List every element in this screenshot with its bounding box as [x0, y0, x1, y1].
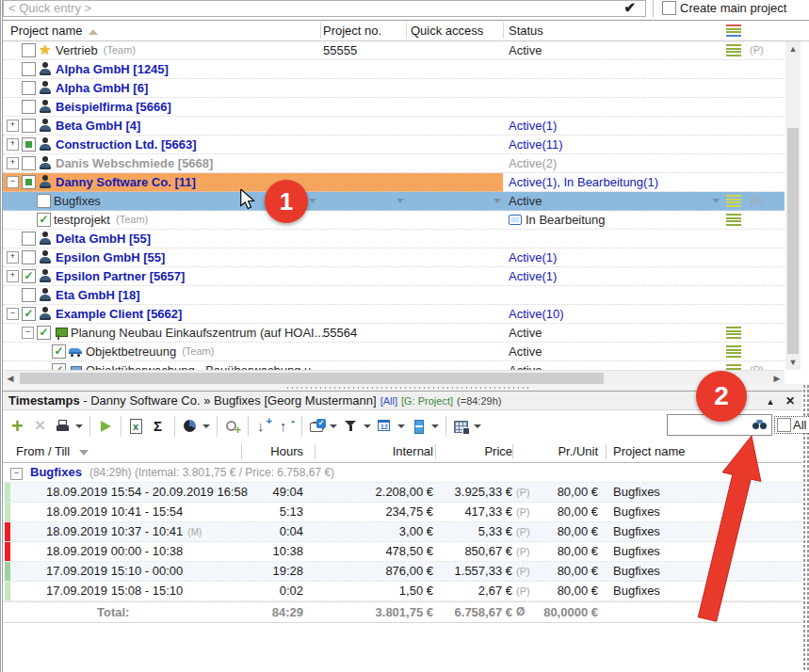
row-checkbox-unchecked[interactable] [22, 81, 36, 95]
column-header-from-till[interactable]: From / Till [16, 441, 89, 462]
add-icon[interactable] [9, 418, 26, 435]
scroll-left-button[interactable]: ◀ [3, 371, 18, 385]
calendar-dropdown-icon[interactable] [397, 424, 405, 428]
tree-vertical-scrollbar[interactable]: ▲ ▼ [785, 41, 801, 370]
table-save-icon[interactable] [453, 418, 470, 435]
tree-row[interactable]: Objektüberwachung - Bauüberwachung u...A… [3, 361, 785, 370]
row-checkbox-unchecked[interactable] [22, 156, 36, 170]
expand-icon[interactable]: + [7, 120, 19, 132]
pie-chart-icon[interactable] [182, 418, 199, 435]
group-row-bugfixes[interactable]: −Bugfixes(84:29h) (Internal: 3.801,75 € … [3, 463, 802, 483]
row-checkbox-partial[interactable] [22, 175, 36, 189]
timestamp-row[interactable]: 17.09.2019 15:08 - 15:100:021,50 €2,67 €… [3, 582, 802, 601]
tree-row[interactable]: testprojekt(Team)In Bearbeitung [3, 211, 785, 230]
row-checkbox-checked[interactable] [37, 213, 51, 227]
expand-icon[interactable]: + [7, 270, 19, 282]
arrow-down-plus-icon[interactable] [255, 418, 272, 435]
tree-row[interactable]: Objektbetreuung(Team)Active [3, 343, 785, 361]
row-checkbox-unchecked[interactable] [22, 62, 36, 76]
tree-row[interactable]: +Beta GmbH [4]Active(1) [3, 117, 785, 136]
panel-splitter[interactable] [3, 384, 809, 391]
row-checkbox-checked[interactable] [52, 363, 66, 370]
timestamp-row[interactable]: 18.09.2019 15:54 - 20.09.2019 16:5849:04… [3, 483, 802, 503]
print-dropdown-icon[interactable] [75, 424, 83, 428]
tree-row[interactable]: −Example Client [5662]Active(10) [3, 305, 785, 324]
panel-dropdown-icon[interactable] [431, 424, 439, 428]
row-checkbox-unchecked[interactable] [22, 43, 36, 57]
collapse-icon[interactable]: − [22, 327, 34, 339]
collapse-panel-button[interactable]: ▲ [766, 397, 774, 407]
expand-icon[interactable]: + [7, 138, 19, 151]
confirm-checkmark-icon[interactable]: ✔ [623, 0, 636, 15]
column-header-price[interactable]: Price [439, 441, 512, 462]
tree-row[interactable]: Alpha GmbH [6] [3, 79, 785, 98]
table-save-dropdown-icon[interactable] [474, 424, 481, 428]
timestamp-row[interactable]: 17.09.2019 15:10 - 00:0019:28876,00 €1.5… [3, 562, 802, 582]
tree-row[interactable]: −Danny Software Co. [11]Active(1), In Be… [3, 173, 785, 192]
column-header-pr-unit[interactable]: Pr./Unit [538, 441, 598, 462]
all-projects-option[interactable]: All projects [775, 417, 809, 433]
create-main-project-option[interactable]: Create main project [662, 1, 786, 15]
tree-row[interactable]: +Epsilon GmbH [55]Active(1) [3, 248, 785, 267]
tree-row[interactable]: Delta GmbH [55] [3, 230, 785, 248]
tree-row[interactable]: BugfixesActive(P) [3, 192, 785, 211]
arrow-up-minus-icon[interactable] [278, 418, 295, 435]
expand-icon[interactable]: + [7, 157, 19, 169]
timestamp-row[interactable]: 18.09.2019 00:00 - 10:3810:38478,50 €850… [3, 542, 802, 562]
print-icon[interactable] [55, 418, 72, 435]
collapse-group-icon[interactable]: − [10, 468, 23, 480]
cell-dropdown-icon[interactable] [493, 199, 501, 203]
create-main-project-checkbox[interactable] [662, 1, 676, 15]
play-icon[interactable] [97, 418, 114, 435]
link-add-icon[interactable] [224, 418, 241, 435]
scroll-up-button[interactable]: ▲ [785, 41, 801, 56]
tree-horizontal-scrollbar[interactable]: ◀ ▶ [3, 370, 785, 385]
scroll-thumb[interactable] [787, 128, 799, 354]
row-checkbox-unchecked[interactable] [22, 100, 36, 114]
row-checkbox-checked[interactable] [22, 307, 36, 321]
cell-dropdown-icon[interactable] [309, 199, 316, 203]
scroll-thumb[interactable] [20, 373, 604, 384]
pie-chart-dropdown-icon[interactable] [202, 424, 210, 428]
timestamp-row[interactable]: 18.09.2019 10:41 - 15:545:13234,75 €417,… [3, 503, 802, 522]
cell-dropdown-icon[interactable] [712, 199, 720, 203]
all-projects-checkbox[interactable] [777, 418, 791, 432]
tree-row[interactable]: Vertrieb(Team)55555Active(P) [3, 41, 785, 60]
binoculars-search-icon[interactable] [752, 418, 769, 431]
tree-row[interactable]: +Construction Ltd. [5663]Active(11) [3, 136, 785, 154]
row-checkbox-checked[interactable] [37, 326, 51, 340]
row-checkbox-checked[interactable] [52, 344, 66, 359]
column-header-project-name[interactable]: Project name [613, 441, 686, 462]
filter-dropdown-icon[interactable] [364, 424, 371, 428]
collapse-icon[interactable]: − [7, 176, 19, 188]
folder-check-dropdown-icon[interactable] [330, 424, 337, 428]
calendar-icon[interactable] [377, 418, 394, 435]
tree-row[interactable]: +Epsilon Partner [5657]Active(1) [3, 267, 785, 286]
collapse-icon[interactable]: − [7, 308, 19, 320]
timestamp-row[interactable]: 18.09.2019 10:37 - 10:41(M)0:043,00 €5,3… [3, 522, 802, 542]
tree-row[interactable]: −Planung Neubau Einkaufszentrum (auf HOA… [3, 324, 785, 343]
sum-icon[interactable] [151, 418, 168, 435]
row-checkbox-unchecked[interactable] [22, 232, 36, 246]
cell-dropdown-icon[interactable] [396, 199, 404, 203]
row-checkbox-unchecked[interactable] [22, 250, 36, 264]
row-checkbox-partial[interactable] [22, 137, 36, 152]
tree-row[interactable]: +Danis Webschmiede [5668]Active(2) [3, 154, 785, 173]
row-checkbox-checked[interactable] [22, 269, 36, 283]
column-header-internal[interactable]: Internal [318, 441, 433, 462]
column-header-hours[interactable]: Hours [245, 441, 303, 462]
filter-icon[interactable] [343, 418, 360, 435]
column-header-project-name[interactable]: Project name [10, 21, 98, 40]
column-header-status[interactable]: Status [509, 21, 543, 40]
tree-row[interactable]: Beispielfirma [5666] [3, 98, 785, 117]
folder-check-icon[interactable] [309, 418, 326, 435]
column-header-quick-access[interactable]: Quick access [411, 21, 483, 40]
row-checkbox-unchecked[interactable] [37, 194, 51, 208]
scroll-right-button[interactable]: ▶ [769, 371, 785, 385]
panel-icon[interactable] [411, 418, 428, 435]
quick-entry-input[interactable]: < Quick entry > ✔ [3, 0, 646, 17]
excel-export-icon[interactable] [128, 418, 145, 435]
row-checkbox-unchecked[interactable] [22, 119, 36, 133]
tree-row[interactable]: Eta GmbH [18] [3, 286, 785, 305]
delete-icon[interactable] [32, 418, 49, 435]
